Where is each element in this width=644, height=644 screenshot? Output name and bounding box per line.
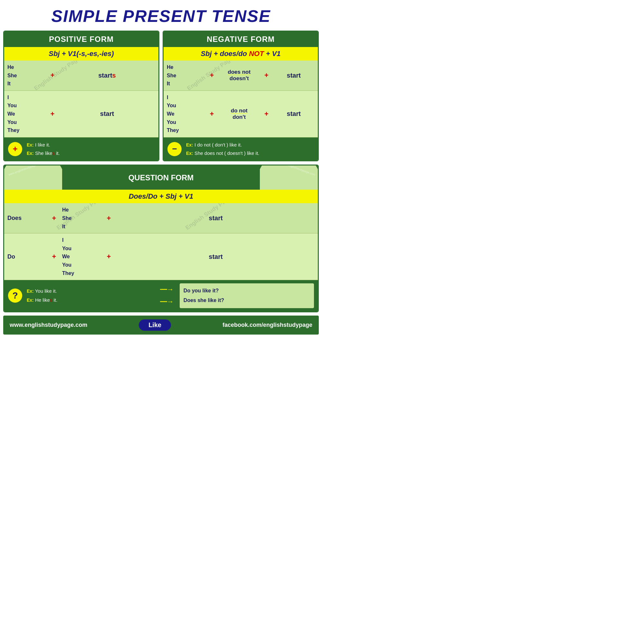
q-plus-4: + xyxy=(101,252,117,261)
footer-right: facebook.com/englishstudypage xyxy=(223,322,312,328)
question-arrows: −−→ −−→ xyxy=(160,285,173,306)
ex-label-1: Ex: xyxy=(27,142,34,147)
like-button[interactable]: Like xyxy=(139,319,171,331)
question-header-text: QUESTION FORM xyxy=(128,173,194,182)
neg-plus-4: + xyxy=(260,110,273,118)
neg-verb-start-2: start xyxy=(273,110,315,118)
neg-does-not-col: does not doesn't xyxy=(218,69,260,82)
ex-label-2: Ex: xyxy=(27,151,34,156)
plus-sign-2: + xyxy=(46,110,59,118)
question-formula: Does/Do + Sbj + V1 xyxy=(4,190,318,203)
positive-section: POSITIVE FORM Sbj + V1(-s,-es,-ies) Engl… xyxy=(3,31,159,161)
q-examples-right: Do you like it? Does she like it? xyxy=(180,283,314,308)
positive-formula: Sbj + V1(-s,-es,-ies) xyxy=(4,47,158,61)
positive-example-bar: + Ex: I like it. Ex: She likes it. xyxy=(4,137,158,161)
table-row: IYouWeYouThey + do not don't + start xyxy=(164,91,318,137)
positive-header: POSITIVE FORM xyxy=(4,32,158,47)
minus-badge: − xyxy=(167,142,182,156)
negative-section: NEGATIVE FORM Sbj + does/do NOT + V1 Eng… xyxy=(163,31,319,161)
neg-ex-label-1: Ex: xyxy=(186,142,193,147)
arrow-1: −−→ xyxy=(160,285,173,294)
q-ex-s: s xyxy=(50,297,52,303)
neg-do-not-col: do not don't xyxy=(218,108,260,120)
negative-examples: Ex: I do not ( don't ) like it. Ex: She … xyxy=(186,141,259,157)
neg-plus-2: + xyxy=(260,71,273,80)
negative-example-bar: − Ex: I do not ( don't ) like it. Ex: Sh… xyxy=(164,137,318,161)
q-verb-start-2: start xyxy=(117,253,315,260)
q-plus-3: + xyxy=(46,252,62,261)
q-result-2: Does she like it? xyxy=(184,296,310,305)
neg-verb-start-1: start xyxy=(273,72,315,79)
q-subject-he-she-it: HeSheIt xyxy=(62,206,101,231)
positive-examples: Ex: I like it. Ex: She likes it. xyxy=(27,141,60,157)
dont-text: don't xyxy=(218,114,260,120)
negative-formula: Sbj + does/do NOT + V1 xyxy=(164,47,318,61)
neg-subject-he-she-it: HeSheIt xyxy=(167,63,205,88)
q-examples-left: Ex: You like it. Ex: He likes it. xyxy=(27,287,153,305)
negative-header: NEGATIVE FORM xyxy=(164,32,318,47)
question-example-bar: ? Ex: You like it. Ex: He likes it. −−→ … xyxy=(4,280,318,311)
verb-starts: starts xyxy=(59,72,155,79)
q-table-row: Do + IYouWeYouThey + start xyxy=(4,233,318,280)
neg-ex-label-2: Ex: xyxy=(186,151,193,156)
question-formula-text: Does/Do + Sbj + V1 xyxy=(129,192,194,200)
question-examples: Ex: You like it. Ex: He likes it. −−→ −−… xyxy=(27,283,314,308)
question-table: English Study Page English Study Page Do… xyxy=(4,203,318,280)
subject-i-you-we-they: IYouWeYouThey xyxy=(7,93,46,135)
q-verb-start-1: start xyxy=(117,214,315,222)
footer-left: www.englishstudypage.com xyxy=(10,322,87,328)
negative-table: English Study Page HeSheIt + does not do… xyxy=(164,61,318,137)
arch-circle-left xyxy=(4,166,62,190)
footer: www.englishstudypage.com Like facebook.c… xyxy=(3,316,319,335)
arch-left: www.englishstudypage.com xyxy=(4,166,62,190)
neg-formula-main: Sbj + does/do xyxy=(201,50,249,58)
subject-he-she-it: HeSheIt xyxy=(7,63,46,88)
arrow-2: −−→ xyxy=(160,298,173,306)
q-result-1: Do you like it? xyxy=(184,286,310,296)
q-subject-i-you-we-they: IYouWeYouThey xyxy=(62,236,101,277)
positive-formula-text: Sbj + V1(-s,-es,-ies) xyxy=(49,50,114,58)
q-ex-label-1: Ex: xyxy=(27,289,34,294)
table-row: HeSheIt + starts xyxy=(4,61,158,91)
positive-table: English Study Page HeSheIt + starts IYou… xyxy=(4,61,158,137)
q-plus-2: + xyxy=(101,214,117,223)
does-not-text: does not xyxy=(218,69,260,75)
neg-plus-3: + xyxy=(205,110,218,118)
table-row: IYouWeYouThey + start xyxy=(4,91,158,137)
question-section: www.englishstudypage.com QUESTION FORM w… xyxy=(3,165,319,312)
plus-badge: + xyxy=(8,142,22,156)
neg-plus-1: + xyxy=(205,71,218,80)
q-table-row: Does + HeSheIt + start xyxy=(4,203,318,233)
verb-start: start xyxy=(59,110,155,118)
neg-formula-end: + V1 xyxy=(264,50,281,58)
question-header-row: www.englishstudypage.com QUESTION FORM w… xyxy=(4,166,318,190)
doesnt-text: doesn't xyxy=(218,75,260,82)
arch-circle-right xyxy=(260,166,318,190)
question-badge: ? xyxy=(8,289,22,303)
main-title: SIMPLE PRESENT TENSE xyxy=(3,3,319,31)
question-header: QUESTION FORM xyxy=(62,166,260,190)
q-ex-label-2: Ex: xyxy=(27,298,34,303)
do-not-text: do not xyxy=(218,108,260,114)
q-does: Does xyxy=(7,215,46,222)
neg-subject-i-you-we-they: IYouWeYouThey xyxy=(167,93,205,135)
plus-sign-1: + xyxy=(46,71,59,80)
neg-formula-not: NOT xyxy=(249,50,264,58)
table-row: HeSheIt + does not doesn't + start xyxy=(164,61,318,91)
arch-right: www.englishstudypage.com xyxy=(260,166,318,190)
q-do: Do xyxy=(7,253,46,260)
q-plus-1: + xyxy=(46,214,62,223)
